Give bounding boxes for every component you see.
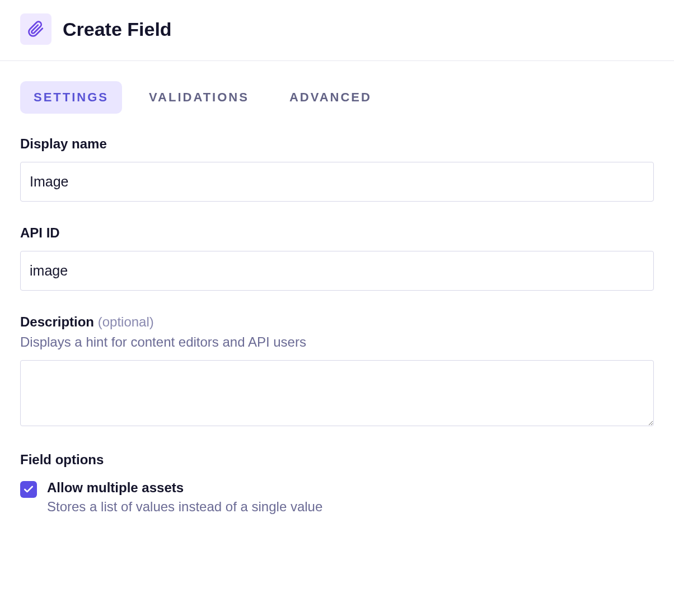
check-icon bbox=[23, 484, 34, 495]
allow-multiple-checkbox[interactable] bbox=[20, 481, 37, 498]
paperclip-icon bbox=[20, 13, 52, 45]
page-header: Create Field bbox=[0, 0, 674, 61]
content-area: SETTINGS VALIDATIONS ADVANCED Display na… bbox=[0, 61, 674, 537]
allow-multiple-row: Allow multiple assets Stores a list of v… bbox=[20, 480, 654, 515]
field-options-title: Field options bbox=[20, 452, 654, 468]
display-name-group: Display name bbox=[20, 136, 654, 202]
allow-multiple-texts: Allow multiple assets Stores a list of v… bbox=[47, 480, 322, 515]
display-name-label: Display name bbox=[20, 136, 654, 152]
api-id-label: API ID bbox=[20, 225, 654, 241]
display-name-input[interactable] bbox=[20, 162, 654, 202]
description-label-hint: (optional) bbox=[98, 314, 154, 329]
field-options-section: Field options Allow multiple assets Stor… bbox=[20, 452, 654, 515]
allow-multiple-description: Stores a list of values instead of a sin… bbox=[47, 499, 322, 515]
page-title: Create Field bbox=[63, 18, 172, 40]
allow-multiple-label: Allow multiple assets bbox=[47, 480, 322, 496]
description-group: Description (optional) Displays a hint f… bbox=[20, 314, 654, 428]
description-label: Description (optional) bbox=[20, 314, 654, 330]
tab-advanced[interactable]: ADVANCED bbox=[276, 81, 385, 114]
api-id-input[interactable] bbox=[20, 251, 654, 291]
api-id-group: API ID bbox=[20, 225, 654, 291]
description-input[interactable] bbox=[20, 360, 654, 426]
tab-validations[interactable]: VALIDATIONS bbox=[135, 81, 263, 114]
tab-bar: SETTINGS VALIDATIONS ADVANCED bbox=[20, 81, 654, 114]
description-label-text: Description bbox=[20, 314, 94, 329]
tab-settings[interactable]: SETTINGS bbox=[20, 81, 122, 114]
description-sublabel: Displays a hint for content editors and … bbox=[20, 334, 654, 350]
